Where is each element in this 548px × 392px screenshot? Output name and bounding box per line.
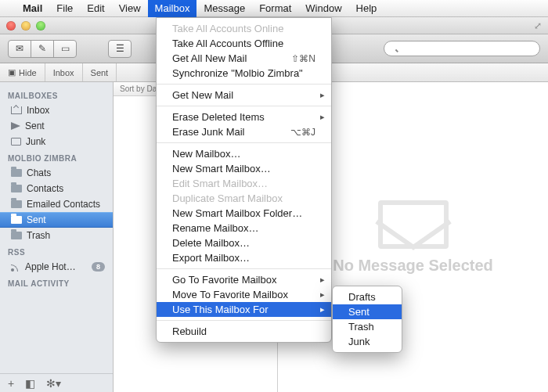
envelope-icon: [378, 200, 449, 249]
menu-item-label: Edit Smart Mailbox…: [172, 178, 268, 189]
menu-item-duplicate-smart-mailbox: Duplicate Smart Mailbox: [157, 191, 331, 206]
minimize-button[interactable]: [21, 21, 31, 31]
menu-item-label: Delete Mailbox…: [172, 237, 250, 249]
menubar-item-message[interactable]: Message: [196, 0, 252, 17]
menu-item-take-all-accounts-offline[interactable]: Take All Accounts Offline: [157, 36, 331, 51]
sidebar-item-apple-hot-[interactable]: Apple Hot…8: [0, 259, 113, 275]
hide-sidebar-button[interactable]: ▣ Hide: [0, 63, 45, 81]
sidebar-item-emailed-contacts[interactable]: Emailed Contacts: [0, 196, 113, 212]
sidebar-item-sent[interactable]: Sent: [0, 118, 113, 134]
menubar-item-view[interactable]: View: [112, 0, 148, 17]
folder-icon: [11, 200, 22, 208]
sidebar-item-trash[interactable]: Trash: [0, 228, 113, 243]
close-button[interactable]: [6, 21, 16, 31]
menu-separator: [157, 268, 331, 269]
get-mail-button[interactable]: ✉: [8, 40, 31, 58]
add-button[interactable]: +: [8, 377, 14, 390]
menubar-item-format[interactable]: Format: [252, 0, 298, 17]
menu-separator: [157, 84, 331, 85]
menu-item-delete-mailbox[interactable]: Delete Mailbox…: [157, 236, 331, 250]
menu-item-go-to-favorite-mailbox[interactable]: Go To Favorite Mailbox: [157, 272, 331, 287]
menubar-item-window[interactable]: Window: [298, 0, 348, 17]
compose-icon: ✎: [38, 43, 46, 54]
menubar-app[interactable]: Mail: [16, 0, 49, 17]
folder-icon: [11, 185, 22, 192]
menu-separator: [157, 320, 331, 321]
menu-item-rename-mailbox[interactable]: Rename Mailbox…: [157, 221, 331, 236]
folder-icon: [11, 169, 22, 177]
menu-item-get-all-new-mail[interactable]: Get All New Mail⇧⌘N: [157, 51, 331, 66]
menu-item-label: Take All Accounts Offline: [172, 38, 283, 49]
menubar-item-file[interactable]: File: [49, 0, 80, 17]
sidebar-footer: + ◧ ✻▾: [0, 373, 113, 392]
menu-item-label: Move To Favorite Mailbox: [172, 289, 288, 300]
sidebar-header: MAIL ACTIVITY: [0, 275, 113, 290]
submenu-item-junk[interactable]: Junk: [333, 334, 402, 349]
submenu-item-trash[interactable]: Trash: [333, 319, 402, 334]
menu-separator: [157, 142, 331, 143]
menu-item-edit-smart-mailbox: Edit Smart Mailbox…: [157, 176, 331, 191]
zoom-button[interactable]: [36, 21, 45, 31]
empty-state: No Message Selected: [333, 200, 493, 275]
tray-icon: [11, 106, 22, 114]
menubar-item-help[interactable]: Help: [349, 0, 384, 17]
favorite-sent[interactable]: Sent: [83, 63, 117, 81]
sidebar-item-sent[interactable]: Sent: [0, 212, 113, 228]
menubar-item-edit[interactable]: Edit: [80, 0, 111, 17]
folder-icon: [11, 232, 22, 239]
menu-item-erase-junk-mail[interactable]: Erase Junk Mail⌥⌘J: [157, 124, 331, 139]
menu-shortcut: ⇧⌘N: [272, 53, 315, 64]
sidebar-item-label: Contacts: [27, 183, 63, 194]
sidebar-item-label: Apple Hot…: [25, 261, 76, 272]
send-icon: [11, 122, 20, 130]
folder-icon: [11, 216, 22, 224]
menu-item-synchronize-molbio-zimbra[interactable]: Synchronize "Molbio Zimbra": [157, 66, 331, 81]
sidebar: MAILBOXESInboxSentJunkMOLBIO ZIMBRAChats…: [0, 82, 114, 392]
search-wrapper: [384, 41, 540, 56]
sidebar-item-inbox[interactable]: Inbox: [0, 102, 113, 118]
favorite-inbox[interactable]: Inbox: [45, 63, 83, 81]
menu-item-export-mailbox[interactable]: Export Mailbox…: [157, 250, 331, 265]
menu-item-new-smart-mailbox[interactable]: New Smart Mailbox…: [157, 161, 331, 176]
menu-item-label: Synchronize "Molbio Zimbra": [172, 67, 303, 79]
menu-item-take-all-accounts-online: Take All Accounts Online: [157, 21, 331, 36]
sidebar-item-label: Emailed Contacts: [27, 199, 100, 210]
note-icon: ▭: [61, 43, 70, 54]
archive-button[interactable]: ☰: [108, 40, 132, 58]
notes-button[interactable]: ▭: [53, 40, 77, 58]
sidebar-header: MAILBOXES: [0, 87, 113, 102]
compose-button[interactable]: ✎: [31, 40, 54, 58]
sidebar-item-junk[interactable]: Junk: [0, 134, 113, 149]
fullscreen-icon[interactable]: ⤢: [534, 20, 542, 31]
menu-item-use-this-mailbox-for[interactable]: Use This Mailbox For: [157, 302, 331, 317]
sidebar-item-label: Junk: [26, 136, 45, 147]
menu-item-label: Get All New Mail: [172, 52, 247, 64]
search-input[interactable]: [384, 41, 540, 56]
menubar-item-mailbox[interactable]: Mailbox: [148, 0, 197, 17]
menu-item-new-smart-mailbox-folder[interactable]: New Smart Mailbox Folder…: [157, 206, 331, 221]
menu-separator: [157, 106, 331, 106]
show-button[interactable]: ◧: [25, 377, 35, 390]
menu-item-erase-deleted-items[interactable]: Erase Deleted Items: [157, 110, 331, 124]
sidebar-item-chats[interactable]: Chats: [0, 165, 113, 181]
menu-item-label: Rebuild: [172, 325, 207, 337]
menu-item-rebuild[interactable]: Rebuild: [157, 324, 331, 339]
menu-item-label: Erase Junk Mail: [172, 126, 244, 138]
menu-item-label: Go To Favorite Mailbox: [172, 274, 276, 286]
menu-item-new-mailbox[interactable]: New Mailbox…: [157, 146, 331, 161]
window-controls: [6, 21, 45, 31]
submenu-item-drafts[interactable]: Drafts: [333, 290, 402, 304]
sidebar-item-label: Chats: [27, 167, 51, 178]
menu-item-label: Erase Deleted Items: [172, 111, 265, 123]
menu-item-get-new-mail[interactable]: Get New Mail: [157, 88, 331, 102]
menu-item-label: Rename Mailbox…: [172, 222, 259, 234]
menu-item-label: Get New Mail: [172, 89, 233, 101]
box-icon: [11, 138, 21, 146]
sidebar-item-label: Trash: [27, 230, 50, 241]
sidebar-item-contacts[interactable]: Contacts: [0, 181, 113, 196]
menu-shortcut: ⌥⌘J: [272, 127, 315, 138]
submenu-item-sent[interactable]: Sent: [333, 304, 402, 319]
menu-item-move-to-favorite-mailbox[interactable]: Move To Favorite Mailbox: [157, 287, 331, 302]
sidebar-header: RSS: [0, 243, 113, 259]
action-button[interactable]: ✻▾: [46, 377, 61, 390]
